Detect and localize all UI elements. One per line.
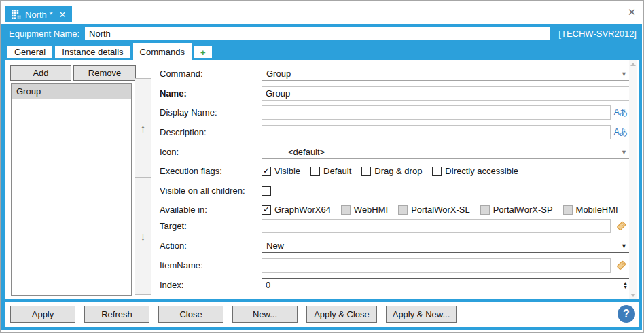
tag-browse-icon[interactable]	[613, 220, 628, 232]
available-graphworx64[interactable]: GraphWorX64	[262, 205, 331, 215]
action-dropdown[interactable]: New ▼	[262, 239, 630, 253]
checkbox-icon[interactable]	[432, 166, 442, 176]
equipment-name-row: Equipment Name: [TECHW-SVR2012]	[5, 24, 639, 43]
new-button[interactable]: New...	[232, 306, 298, 323]
visible-all-children-group	[262, 186, 285, 196]
execution-flags-label: Execution flags:	[160, 166, 222, 176]
titlebar: North * ✕ ✕	[1, 1, 643, 24]
target-field-box	[262, 219, 611, 233]
display-name-field-box	[262, 105, 611, 120]
index-spinner: ▲ ▼	[262, 278, 630, 292]
commands-tab-content: Add Remove Group ↑ ↓ Command: Group	[5, 60, 639, 299]
checkbox-checked-icon[interactable]	[262, 205, 271, 215]
itemname-input[interactable]	[266, 259, 607, 272]
visible-all-children-checkbox[interactable]	[262, 186, 274, 196]
flag-visible[interactable]: Visible	[262, 166, 300, 176]
command-label: Command:	[160, 69, 203, 79]
apply-close-button[interactable]: Apply & Close	[306, 306, 377, 323]
window-close-icon[interactable]: ✕	[625, 5, 639, 19]
spinner-down-icon[interactable]: ▼	[623, 285, 628, 290]
equipment-name-input[interactable]	[85, 27, 550, 40]
target-input[interactable]	[266, 220, 607, 232]
flag-drag-drop[interactable]: Drag & drop	[361, 166, 422, 176]
chevron-down-icon: ▼	[621, 149, 627, 156]
equipment-icon	[12, 10, 21, 19]
tab-strip: General Instance details Commands +	[5, 43, 639, 60]
chevron-down-icon: ▼	[621, 243, 627, 249]
refresh-button[interactable]: Refresh	[84, 306, 149, 323]
tag-browse-icon[interactable]	[613, 259, 628, 272]
available-in-group: GraphWorX64 WebHMI PortalWorX-SL PortalW…	[262, 205, 628, 215]
help-icon[interactable]: ?	[618, 305, 635, 323]
available-in-label: Available in:	[160, 205, 207, 215]
scroll-up-icon[interactable]	[630, 63, 636, 66]
description-field-box	[262, 125, 611, 139]
checkbox-disabled-icon	[398, 205, 408, 215]
scroll-down-icon[interactable]	[630, 294, 636, 297]
display-name-label: Display Name:	[160, 107, 217, 118]
available-webhmi: WebHMI	[341, 205, 388, 215]
tab-commands[interactable]: Commands	[133, 43, 192, 60]
apply-new-button[interactable]: Apply & New...	[386, 306, 457, 323]
index-input[interactable]	[266, 279, 623, 292]
name-input[interactable]	[266, 87, 626, 100]
tab-add-plus[interactable]: +	[194, 46, 212, 58]
icon-label: Icon:	[160, 147, 179, 157]
tab-general[interactable]: General	[7, 46, 52, 58]
editor-frame: Equipment Name: [TECHW-SVR2012] General …	[1, 24, 642, 330]
itemname-label: ItemName:	[160, 260, 203, 270]
close-button[interactable]: Close	[158, 306, 223, 323]
target-label: Target:	[160, 221, 187, 231]
visible-all-children-label: Visible on all children:	[160, 186, 245, 196]
checkbox-icon[interactable]	[262, 186, 271, 196]
checkbox-icon[interactable]	[361, 166, 371, 176]
checkbox-disabled-icon	[563, 205, 573, 215]
name-field-box	[262, 86, 630, 101]
checkbox-disabled-icon	[341, 205, 351, 215]
localize-icon[interactable]: Aあ	[613, 106, 628, 119]
flag-directly-accessible[interactable]: Directly accessible	[432, 166, 518, 176]
footer-bar: Apply Refresh Close New... Apply & Close…	[5, 302, 639, 327]
index-label: Index:	[160, 280, 183, 290]
available-portalworx-sl: PortalWorX-SL	[398, 205, 469, 215]
chevron-down-icon: ▼	[621, 71, 627, 77]
available-mobilehmi: MobileHMI	[563, 205, 618, 215]
itemname-field-box	[262, 258, 611, 273]
checkbox-disabled-icon	[480, 205, 490, 215]
document-tab-title: North *	[25, 10, 52, 20]
execution-flags-group: Visible Default Drag & drop Directly acc…	[262, 166, 529, 176]
description-label: Description:	[160, 127, 207, 137]
form-scrollbar[interactable]	[629, 60, 637, 299]
description-input[interactable]	[266, 126, 607, 139]
equipment-editor-window: North * ✕ ✕ Equipment Name: [TECHW-SVR20…	[0, 0, 644, 333]
apply-button[interactable]: Apply	[10, 306, 75, 323]
equipment-name-label: Equipment Name:	[9, 29, 79, 39]
action-label: Action:	[160, 241, 187, 251]
tab-instance-details[interactable]: Instance details	[55, 46, 130, 58]
flag-default[interactable]: Default	[310, 166, 351, 176]
name-label: Name:	[160, 88, 187, 99]
checkbox-icon[interactable]	[310, 166, 320, 176]
command-dropdown[interactable]: Group ▼	[262, 67, 630, 81]
checkbox-checked-icon[interactable]	[262, 166, 271, 176]
spinner-arrows[interactable]: ▲ ▼	[623, 281, 628, 290]
icon-dropdown[interactable]: <default> ▼	[262, 145, 630, 159]
server-name-label: [TECHW-SVR2012]	[558, 29, 637, 39]
document-tab-north[interactable]: North * ✕	[5, 6, 72, 22]
tab-close-icon[interactable]: ✕	[58, 10, 66, 20]
display-name-input[interactable]	[266, 106, 607, 119]
localize-icon[interactable]: Aあ	[613, 126, 628, 139]
available-portalworx-sp: PortalWorX-SP	[480, 205, 553, 215]
